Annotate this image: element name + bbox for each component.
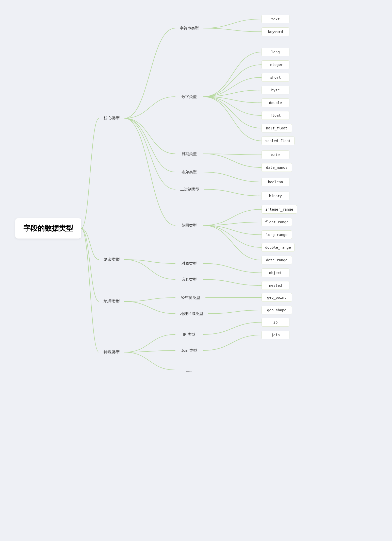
node-binary: 二进制类型 — [175, 185, 204, 194]
bool-label: 布尔类型 — [182, 170, 197, 175]
binary-label: 二进制类型 — [180, 187, 199, 192]
node-special: 特殊类型 — [99, 348, 124, 357]
node-string: 字符串类型 — [175, 24, 203, 33]
object-type-label: 对象类型 — [182, 261, 197, 266]
root-node: 字段的数据类型 — [15, 218, 81, 239]
leaf-short: short — [262, 73, 289, 82]
nested-type-label: 嵌套类型 — [182, 277, 197, 282]
leaf-geo-point: geo_point — [262, 293, 292, 302]
latlon-label: 经纬度类型 — [181, 295, 200, 300]
date-label: 日期类型 — [182, 151, 197, 156]
leaf-half-float: half_float — [262, 124, 292, 132]
leaf-join: join — [262, 331, 289, 339]
leaf-long-range: long_range — [262, 230, 292, 239]
leaf-date-nanos: date_nanos — [262, 163, 292, 172]
ip-type-label: IP 类型 — [183, 332, 195, 337]
node-core: 核心类型 — [99, 114, 124, 123]
leaf-float-range: float_range — [262, 218, 292, 226]
leaf-double-range: double_range — [262, 243, 295, 252]
leaf-integer: integer — [262, 60, 289, 69]
leaf-date: date — [262, 150, 289, 159]
node-more: ...... — [175, 365, 203, 375]
node-object-type: 对象类型 — [175, 259, 203, 268]
leaf-float: float — [262, 111, 289, 120]
complex-label: 复杂类型 — [104, 257, 120, 262]
leaf-text: text — [262, 15, 289, 23]
node-number: 数字类型 — [175, 92, 203, 101]
leaf-binary: binary — [262, 192, 289, 200]
node-latlon: 经纬度类型 — [175, 293, 206, 302]
node-date: 日期类型 — [175, 149, 203, 158]
leaf-ip: ip — [262, 318, 289, 327]
number-label: 数字类型 — [182, 94, 197, 99]
root-label: 字段的数据类型 — [23, 224, 73, 233]
node-geo: 地理类型 — [99, 297, 124, 306]
node-georegion: 地理区域类型 — [175, 309, 208, 318]
leaf-boolean: boolean — [262, 178, 289, 186]
join-type-label: Join 类型 — [181, 348, 197, 353]
leaf-byte: byte — [262, 86, 289, 94]
special-label: 特殊类型 — [104, 350, 120, 355]
leaf-scaled-float: scaled_float — [262, 137, 295, 145]
leaf-object: object — [262, 268, 289, 277]
leaf-keyword: keyword — [262, 27, 289, 36]
node-complex: 复杂类型 — [99, 255, 124, 264]
leaf-nested: nested — [262, 281, 289, 290]
geo-label: 地理类型 — [104, 299, 120, 304]
range-label: 范围类型 — [182, 223, 197, 228]
leaf-date-range: date_range — [262, 256, 292, 264]
node-join-type: Join 类型 — [175, 346, 203, 355]
core-label: 核心类型 — [104, 116, 120, 121]
leaf-integer-range: integer_range — [262, 205, 297, 214]
node-bool: 布尔类型 — [175, 167, 203, 177]
leaf-double: double — [262, 98, 289, 107]
georegion-label: 地理区域类型 — [180, 311, 203, 316]
mind-map: 字段的数据类型 核心类型 复杂类型 地理类型 特殊类型 字符串类型 数字类型 日… — [0, 0, 392, 541]
leaf-long: long — [262, 48, 289, 56]
more-label: ...... — [186, 368, 192, 372]
node-nested-type: 嵌套类型 — [175, 275, 203, 284]
string-label: 字符串类型 — [180, 26, 199, 31]
leaf-geo-shape: geo_shape — [262, 306, 292, 314]
node-range: 范围类型 — [175, 221, 203, 230]
node-ip-type: IP 类型 — [175, 330, 203, 339]
